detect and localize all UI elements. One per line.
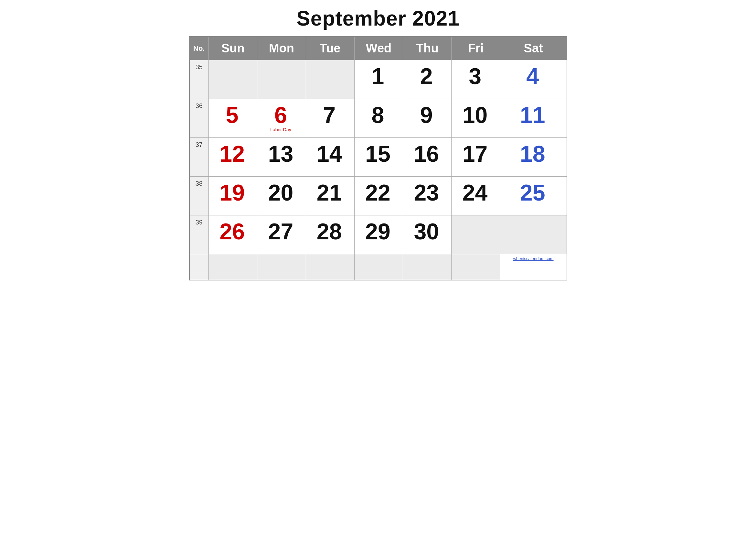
day-number: 13 — [260, 143, 301, 165]
header-sat: Sat — [500, 37, 567, 60]
day-number: 5 — [212, 104, 252, 127]
week-number: 38 — [189, 177, 209, 215]
day-cell — [500, 215, 567, 254]
day-number: 1 — [358, 65, 398, 88]
header-thu-label: Thu — [416, 42, 439, 55]
day-cell — [209, 60, 257, 99]
week-row: 392627282930 — [189, 215, 567, 254]
day-number: 20 — [260, 182, 301, 204]
day-number: 26 — [212, 220, 252, 243]
header-sun-label: Sun — [221, 42, 245, 55]
day-cell: 6Labor Day — [257, 99, 306, 138]
week-number: 36 — [189, 99, 209, 138]
day-number: 15 — [358, 143, 398, 165]
week-row: 3712131415161718 — [189, 138, 567, 177]
day-cell: 30 — [403, 215, 451, 254]
calendar-table: No. Sun Mon Tue Wed Thu Fri — [189, 36, 567, 280]
week-number: 37 — [189, 138, 209, 177]
day-number: 22 — [358, 182, 398, 204]
day-cell: 20 — [257, 177, 306, 215]
day-cell: 22 — [354, 177, 403, 215]
day-cell: 28 — [306, 215, 354, 254]
day-cell: 14 — [306, 138, 354, 177]
day-number: 21 — [309, 182, 349, 204]
week-row: 3656Labor Day7891011 — [189, 99, 567, 138]
day-number: 8 — [358, 104, 398, 127]
day-number: 14 — [309, 143, 349, 165]
day-number: 7 — [309, 104, 349, 127]
empty-cell — [403, 254, 451, 280]
holiday-label: Labor Day — [260, 127, 301, 132]
header-row: No. Sun Mon Tue Wed Thu Fri — [189, 37, 567, 60]
day-cell: 25 — [500, 177, 567, 215]
day-cell: 16 — [403, 138, 451, 177]
header-no: No. — [189, 37, 209, 60]
week-number: 39 — [189, 215, 209, 254]
day-cell: 8 — [354, 99, 403, 138]
day-number: 10 — [455, 104, 495, 127]
header-fri: Fri — [451, 37, 500, 60]
day-cell: 24 — [451, 177, 500, 215]
day-number: 18 — [503, 143, 562, 165]
header-sat-label: Sat — [524, 42, 543, 55]
day-cell: 17 — [451, 138, 500, 177]
day-cell: 11 — [500, 99, 567, 138]
day-number: 23 — [406, 182, 446, 204]
day-number: 16 — [406, 143, 446, 165]
day-cell: 19 — [209, 177, 257, 215]
day-cell: 3 — [451, 60, 500, 99]
day-number: 11 — [503, 104, 562, 127]
calendar-title: September 2021 — [189, 7, 567, 30]
header-mon: Mon — [257, 37, 306, 60]
day-number: 17 — [455, 143, 495, 165]
last-row: wheniscalendars.com — [189, 254, 567, 280]
day-cell — [306, 60, 354, 99]
day-cell: 7 — [306, 99, 354, 138]
watermark-cell: wheniscalendars.com — [500, 254, 567, 280]
day-number: 25 — [503, 182, 562, 204]
header-thu: Thu — [403, 37, 451, 60]
day-number: 3 — [455, 65, 495, 88]
day-cell: 12 — [209, 138, 257, 177]
day-number: 12 — [212, 143, 252, 165]
watermark-text: wheniscalendars.com — [513, 256, 554, 261]
calendar-container: September 2021 No. Sun Mon Tue Wed — [189, 7, 567, 280]
day-cell — [451, 215, 500, 254]
day-cell: 2 — [403, 60, 451, 99]
empty-cell — [354, 254, 403, 280]
header-wed-label: Wed — [366, 42, 392, 55]
day-number: 24 — [455, 182, 495, 204]
header-tue-label: Tue — [320, 42, 341, 55]
day-number: 19 — [212, 182, 252, 204]
week-number: 35 — [189, 60, 209, 99]
empty-cell — [306, 254, 354, 280]
day-cell: 13 — [257, 138, 306, 177]
day-cell: 15 — [354, 138, 403, 177]
empty-cell — [257, 254, 306, 280]
day-number: 2 — [406, 65, 446, 88]
week-number-empty — [189, 254, 209, 280]
day-number: 29 — [358, 220, 398, 243]
day-cell: 18 — [500, 138, 567, 177]
header-no-label: No. — [193, 44, 204, 52]
header-mon-label: Mon — [269, 42, 294, 55]
calendar-body: 3512343656Labor Day789101137121314151617… — [189, 60, 567, 280]
day-cell: 9 — [403, 99, 451, 138]
week-row: 351234 — [189, 60, 567, 99]
day-cell: 29 — [354, 215, 403, 254]
day-cell: 27 — [257, 215, 306, 254]
empty-cell — [209, 254, 257, 280]
empty-cell — [451, 254, 500, 280]
header-sun: Sun — [209, 37, 257, 60]
day-number: 30 — [406, 220, 446, 243]
week-row: 3819202122232425 — [189, 177, 567, 215]
day-cell — [257, 60, 306, 99]
day-cell: 26 — [209, 215, 257, 254]
day-cell: 10 — [451, 99, 500, 138]
day-number: 4 — [503, 65, 562, 88]
day-cell: 4 — [500, 60, 567, 99]
header-wed: Wed — [354, 37, 403, 60]
day-cell: 23 — [403, 177, 451, 215]
header-fri-label: Fri — [468, 42, 484, 55]
day-cell: 1 — [354, 60, 403, 99]
